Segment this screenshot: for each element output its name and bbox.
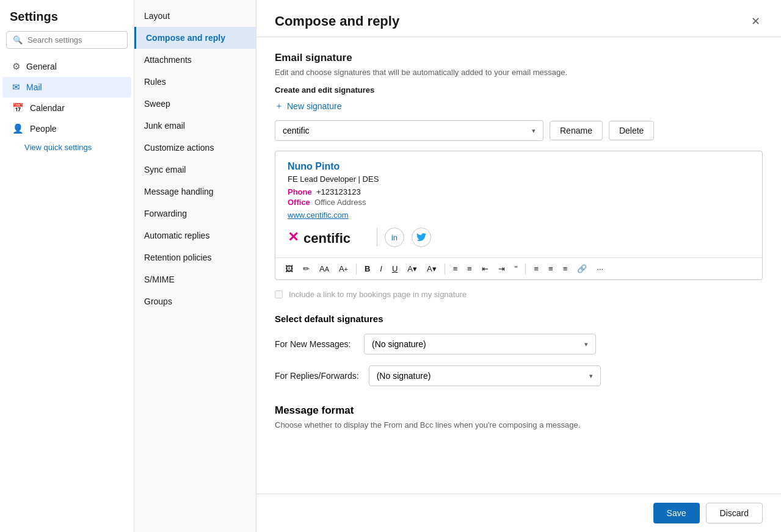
search-input[interactable]	[27, 35, 121, 45]
discard-button[interactable]: Discard	[706, 503, 763, 523]
signature-editor: Nuno Pinto FE Lead Developer | DES Phone…	[275, 151, 763, 280]
toolbar-separator-3	[525, 264, 526, 275]
search-icon: 🔍	[13, 35, 23, 45]
sig-office-address: Office Address	[314, 198, 366, 207]
chevron-down-icon: ▾	[532, 127, 536, 135]
sidebar-item-label: General	[26, 62, 57, 71]
sig-office-row: Office Office Address	[288, 198, 750, 207]
nav-item-automatic-replies[interactable]: Automatic replies	[134, 225, 256, 246]
default-signatures-section: Select default signatures For New Messag…	[275, 314, 763, 386]
twitter-icon[interactable]	[412, 228, 431, 247]
save-button[interactable]: Save	[653, 503, 700, 523]
toolbar-align-center-btn[interactable]: ≡	[545, 262, 557, 276]
sig-phone-number: +123123123	[316, 187, 361, 196]
email-signature-desc: Edit and choose signatures that will be …	[275, 68, 763, 77]
middle-nav: Layout Compose and reply Attachments Rul…	[134, 0, 256, 532]
svg-text:centific: centific	[303, 231, 351, 246]
page-title: Compose and reply	[275, 13, 399, 29]
nav-item-attachments[interactable]: Attachments	[134, 49, 256, 71]
new-messages-label: For New Messages:	[275, 339, 354, 349]
message-format-desc: Choose whether to display the From and B…	[275, 420, 763, 430]
toolbar-italic-btn[interactable]: I	[376, 262, 386, 276]
nav-item-junk-email[interactable]: Junk email	[134, 115, 256, 137]
chevron-down-icon: ▾	[589, 372, 593, 380]
signature-toolbar: 🖼 ✏ AA A+ B I U A▾ A▾ ≡ ≡ ⇤ ⇥ " ≡ ≡ ≡	[275, 257, 762, 279]
bookings-checkbox[interactable]	[275, 290, 283, 298]
bookings-row: Include a link to my bookings page in my…	[275, 290, 763, 299]
delete-button[interactable]: Delete	[609, 121, 654, 140]
sidebar-item-label: Calendar	[30, 103, 65, 113]
new-messages-dropdown[interactable]: (No signature) ▾	[364, 334, 596, 354]
sig-office-label: Office	[288, 198, 310, 207]
message-format-title: Message format	[275, 404, 763, 417]
nav-item-customize-actions[interactable]: Customize actions	[134, 137, 256, 159]
toolbar-fontgrow-btn[interactable]: A+	[335, 262, 352, 276]
nav-item-smime[interactable]: S/MIME	[134, 268, 256, 290]
email-signature-title: Email signature	[275, 52, 763, 64]
toolbar-link-btn[interactable]: 🔗	[573, 262, 590, 276]
replies-dropdown[interactable]: (No signature) ▾	[369, 365, 601, 386]
new-signature-label: New signature	[287, 101, 342, 111]
calendar-icon: 📅	[12, 102, 24, 113]
sidebar-item-people[interactable]: 👤 People	[2, 118, 131, 139]
content-body: Email signature Edit and choose signatur…	[256, 37, 781, 494]
view-quick-settings-link[interactable]: View quick settings	[0, 139, 134, 156]
search-settings-input-wrapper[interactable]: 🔍	[6, 31, 128, 49]
toolbar-bullets-btn[interactable]: ≡	[449, 262, 462, 276]
toolbar-separator-2	[445, 264, 445, 275]
toolbar-align-right-btn[interactable]: ≡	[559, 262, 572, 276]
nav-item-sweep[interactable]: Sweep	[134, 93, 256, 115]
sidebar-item-mail[interactable]: ✉ Mail	[2, 77, 131, 98]
chevron-down-icon: ▾	[584, 340, 588, 348]
sidebar-item-calendar[interactable]: 📅 Calendar	[2, 98, 131, 118]
linkedin-icon[interactable]: in	[385, 228, 404, 247]
nav-item-compose-reply[interactable]: Compose and reply	[134, 27, 256, 49]
nav-item-retention-policies[interactable]: Retention policies	[134, 246, 256, 268]
replies-label: For Replies/Forwards:	[275, 371, 359, 381]
main-content: Compose and reply ✕ Email signature Edit…	[256, 0, 781, 532]
centific-logo-text: centific	[302, 227, 369, 248]
toolbar-more-btn[interactable]: ···	[593, 262, 607, 276]
new-signature-button[interactable]: ＋ New signature	[275, 101, 763, 112]
toolbar-align-left-btn[interactable]: ≡	[530, 262, 542, 276]
message-format-section: Message format Choose whether to display…	[275, 404, 763, 430]
toolbar-fontcolor-btn[interactable]: A▾	[423, 262, 440, 276]
toolbar-indent-dec-btn[interactable]: ⇤	[478, 262, 492, 276]
nav-item-groups[interactable]: Groups	[134, 290, 256, 312]
toolbar-bold-btn[interactable]: B	[361, 262, 374, 276]
sidebar-item-general[interactable]: ⚙ General	[2, 56, 131, 77]
nav-item-layout[interactable]: Layout	[134, 5, 256, 27]
close-button[interactable]: ✕	[749, 12, 763, 31]
bookings-label: Include a link to my bookings page in my…	[289, 290, 467, 299]
centific-logo-x: ✕	[288, 229, 299, 245]
mail-icon: ✉	[12, 82, 20, 93]
nav-item-rules[interactable]: Rules	[134, 71, 256, 93]
nav-item-message-handling[interactable]: Message handling	[134, 181, 256, 203]
sig-divider	[377, 228, 377, 246]
sig-name: Nuno Pinto	[288, 161, 750, 172]
toolbar-fontsize-btn[interactable]: AA	[316, 262, 333, 276]
replies-row: For Replies/Forwards: (No signature) ▾	[275, 365, 763, 386]
toolbar-indent-inc-btn[interactable]: ⇥	[495, 262, 509, 276]
new-messages-value: (No signature)	[372, 339, 426, 349]
toolbar-highlight-btn[interactable]: A▾	[404, 262, 421, 276]
rename-button[interactable]: Rename	[550, 121, 603, 140]
sig-website-link[interactable]: www.centific.com	[288, 210, 750, 220]
default-sig-title: Select default signatures	[275, 314, 763, 324]
main-header: Compose and reply ✕	[256, 0, 781, 37]
toolbar-pen-btn[interactable]: ✏	[299, 262, 313, 276]
nav-item-sync-email[interactable]: Sync email	[134, 159, 256, 181]
bottom-bar: Save Discard	[256, 494, 781, 532]
toolbar-quote-btn[interactable]: "	[511, 262, 521, 276]
signature-content[interactable]: Nuno Pinto FE Lead Developer | DES Phone…	[275, 151, 762, 257]
sidebar-item-label: People	[30, 124, 57, 134]
app-title: Settings	[0, 10, 134, 31]
toolbar-underline-btn[interactable]: U	[388, 262, 401, 276]
replies-value: (No signature)	[377, 371, 431, 381]
signature-selector-row: centific ▾ Rename Delete	[275, 120, 763, 141]
toolbar-numbering-btn[interactable]: ≡	[463, 262, 476, 276]
toolbar-image-btn[interactable]: 🖼	[282, 262, 297, 276]
signature-dropdown[interactable]: centific ▾	[275, 120, 543, 141]
plus-icon: ＋	[275, 101, 283, 112]
nav-item-forwarding[interactable]: Forwarding	[134, 203, 256, 225]
